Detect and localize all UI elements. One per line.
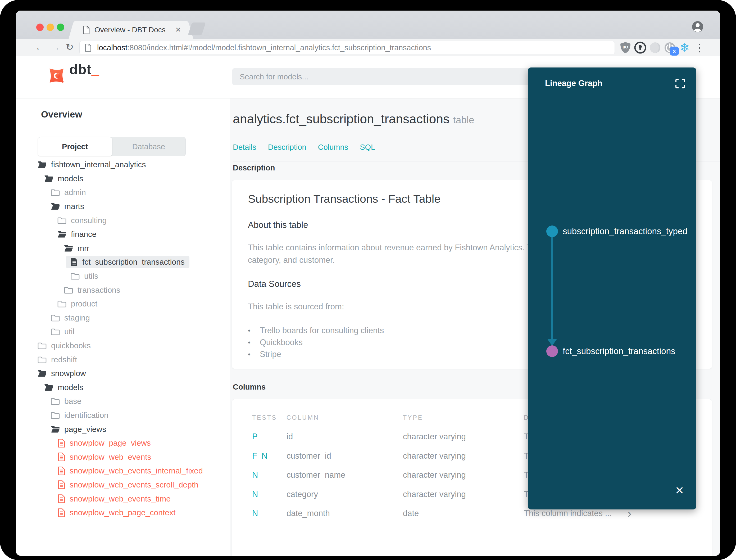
tree-item[interactable]: page_views [16, 422, 230, 436]
tree-item[interactable]: fct_subscription_transactions [16, 255, 230, 269]
lineage-node-label: subscription_transactions_typed [563, 226, 687, 236]
tree-item[interactable]: models [16, 381, 230, 395]
model-nav-link[interactable]: Description [268, 143, 306, 152]
tree-item[interactable]: finance [16, 227, 230, 241]
tree-item[interactable]: snowplow_web_events_internal_fixed [16, 464, 230, 478]
tree-item[interactable]: product [16, 297, 230, 311]
folder-closed-icon [51, 314, 60, 322]
browser-window: Overview - DBT Docs × ← → ↻ localhost:80… [16, 11, 720, 556]
folder-open-icon [38, 370, 47, 377]
column-header: TESTS [252, 414, 277, 421]
tab-database[interactable]: Database [112, 137, 186, 156]
tree-item[interactable]: admin [16, 186, 230, 200]
column-header: TYPE [403, 414, 423, 421]
bullet-icon: • [248, 338, 260, 347]
tree-item-label: transactions [78, 286, 120, 295]
sidebar-overview-title: Overview [41, 109, 82, 120]
row-tests: N [252, 485, 258, 504]
tree-item[interactable]: utils [16, 269, 230, 283]
source-label: Trello boards for consulting clients [260, 326, 384, 335]
tree-item[interactable]: redshift [16, 353, 230, 367]
lineage-close-icon[interactable]: ✕ [675, 485, 684, 496]
tree-item[interactable]: snowplow_web_page_context [16, 506, 230, 520]
tree-item[interactable]: snowplow_web_events [16, 450, 230, 464]
ublock-extension-icon[interactable]: uO [618, 39, 632, 56]
about-heading: About this table [248, 220, 308, 230]
lineage-node[interactable]: fct_subscription_transactions [546, 345, 675, 357]
window-close-button[interactable] [36, 24, 44, 31]
folder-closed-icon [51, 189, 60, 196]
folder-closed-icon [57, 300, 66, 308]
tree-item-label: consulting [71, 216, 107, 225]
model-nav-link[interactable]: Details [233, 143, 256, 152]
browser-toolbar: ← → ↻ localhost:8080/index.html#!/model/… [16, 39, 720, 57]
source-list-item: •Quickbooks [248, 337, 384, 349]
tree-item-label: marts [64, 202, 84, 211]
model-nav-link[interactable]: SQL [360, 143, 375, 152]
sources-intro: This table is sourced from: [248, 302, 344, 311]
tab-project[interactable]: Project [38, 137, 112, 156]
new-tab-button[interactable] [188, 22, 206, 35]
tree-item[interactable]: consulting [16, 213, 230, 227]
row-tests: N [252, 466, 258, 485]
description-section-heading: Description [233, 164, 275, 172]
tree-item[interactable]: models [16, 172, 230, 186]
dbt-logo-icon[interactable] [46, 65, 68, 87]
tree-item[interactable]: identification [16, 408, 230, 422]
lineage-node-label: fct_subscription_transactions [563, 346, 675, 356]
tree-item[interactable]: marts [16, 200, 230, 214]
tree-item-label: identification [64, 411, 109, 420]
back-button[interactable]: ← [35, 39, 45, 56]
row-column-name: customer_name [287, 466, 345, 485]
row-tests: P [252, 427, 258, 446]
tree-item[interactable]: base [16, 394, 230, 408]
model-nav-link[interactable]: Columns [318, 143, 348, 152]
browser-menu-icon[interactable]: ⋮ [693, 39, 706, 56]
tree-item[interactable]: staging [16, 311, 230, 325]
lineage-node[interactable]: subscription_transactions_typed [546, 225, 687, 237]
tree-item[interactable]: snowplow_web_events_scroll_depth [16, 478, 230, 492]
tree-item-label: fct_subscription_transactions [82, 258, 185, 267]
window-zoom-button[interactable] [57, 24, 64, 31]
tree-item[interactable]: snowplow_web_events_time [16, 492, 230, 506]
tree-item[interactable]: transactions [16, 283, 230, 297]
address-bar[interactable]: localhost:8080/index.html#!/model/model.… [79, 41, 615, 54]
browser-tabstrip: Overview - DBT Docs × [16, 11, 720, 39]
extension-circle-icon[interactable] [648, 39, 662, 56]
row-type: character varying [403, 466, 466, 485]
browser-tab[interactable]: Overview - DBT Docs × [75, 21, 187, 39]
window-minimize-button[interactable] [47, 24, 54, 31]
folder-closed-icon [51, 328, 60, 335]
tree-item[interactable]: snowplow_page_views [16, 436, 230, 450]
tree-item-label: models [58, 174, 83, 183]
model-nav: DetailsDescriptionColumnsSQL [233, 143, 375, 152]
forward-button[interactable]: → [50, 39, 60, 56]
tree-item-label: snowplow_web_events_time [70, 494, 171, 503]
tree-item[interactable]: quickbooks [16, 339, 230, 353]
fullscreen-icon[interactable] [675, 78, 686, 89]
snowflake-extension-icon[interactable]: ❄ [678, 39, 692, 56]
lineage-edge [551, 237, 553, 340]
lineage-node-dot-icon [546, 345, 558, 357]
tree-item-label: quickbooks [51, 341, 91, 350]
row-tests: F N [252, 446, 268, 466]
folder-closed-icon [51, 412, 60, 419]
url-host: localhost [97, 43, 127, 52]
page-title: analytics.fct_subscription_transactions … [233, 112, 474, 126]
tree-item[interactable]: mrr [16, 241, 230, 255]
tree-item[interactable]: fishtown_internal_analytics [16, 158, 230, 172]
file-icon [58, 480, 65, 489]
tree-item[interactable]: snowplow [16, 367, 230, 381]
file-icon [58, 508, 65, 517]
tree-item[interactable]: util [16, 325, 230, 339]
onepassword-extension-icon[interactable] [633, 39, 647, 56]
search-input[interactable] [232, 68, 545, 85]
profile-avatar-icon[interactable] [692, 21, 704, 33]
file-icon [58, 439, 65, 448]
column-header: COLUMN [287, 414, 319, 421]
file-icon [58, 494, 65, 503]
bullet-icon: • [248, 350, 260, 359]
tab-close-icon[interactable]: × [175, 21, 181, 39]
tree-item-label: fishtown_internal_analytics [51, 160, 146, 169]
reload-button[interactable]: ↻ [66, 39, 74, 56]
